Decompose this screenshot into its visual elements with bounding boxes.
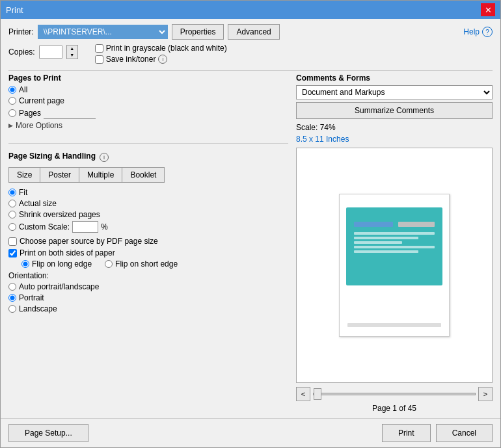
shrink-label: Shrink oversized pages: [8, 210, 288, 219]
page-sizing-section: Page Sizing & Handling i Size Poster Mul…: [8, 152, 288, 313]
poster-button[interactable]: Poster: [40, 167, 79, 183]
portrait-radio[interactable]: [8, 294, 16, 302]
preview-header-bar2: [398, 222, 435, 227]
printer-row: Printer: \\PRINTSERVER\... Properties Ad…: [8, 24, 280, 40]
multiple-button[interactable]: Multiple: [79, 167, 122, 183]
portrait-label: Portrait: [8, 293, 288, 302]
advanced-button[interactable]: Advanced: [228, 24, 279, 40]
slider-container: [313, 393, 476, 395]
print-button[interactable]: Print: [382, 424, 431, 442]
sizing-header: Page Sizing & Handling i: [8, 152, 288, 163]
comments-forms-title: Comments & Forms: [296, 73, 493, 83]
page-sizing-title: Page Sizing & Handling: [8, 152, 96, 161]
landscape-label: Landscape: [8, 304, 288, 313]
orientation-section: Orientation: Auto portrait/landscape Por…: [8, 271, 288, 313]
page-slider[interactable]: [313, 393, 476, 395]
both-sides-checkbox[interactable]: [8, 249, 17, 257]
help-label: Help: [463, 27, 480, 36]
booklet-button[interactable]: Booklet: [122, 167, 165, 183]
page-size-text: 8.5 x 11 Inches: [296, 135, 493, 144]
copies-input[interactable]: 1: [39, 46, 62, 59]
actual-size-label: Actual size: [8, 199, 288, 208]
custom-scale-radio[interactable]: [8, 223, 16, 231]
close-button[interactable]: ✕: [481, 3, 495, 16]
preview-line-2: [354, 237, 418, 239]
all-pages-radio[interactable]: [8, 86, 16, 94]
preview-page: [339, 194, 450, 337]
pages-range-radio[interactable]: [8, 109, 16, 117]
copies-row: Copies: 1 ▲ ▼: [8, 45, 78, 59]
save-ink-checkbox[interactable]: [95, 55, 103, 64]
shrink-radio[interactable]: [8, 211, 16, 218]
dialog-content: Printer: \\PRINTSERVER\... Properties Ad…: [1, 19, 500, 418]
landscape-radio[interactable]: [8, 305, 16, 313]
print-options-checkboxes: Print in grayscale (black and white) Sav…: [95, 44, 227, 64]
help-link[interactable]: Help ?: [463, 27, 493, 37]
copies-down-button[interactable]: ▼: [67, 52, 77, 59]
flip-short-radio[interactable]: [105, 260, 113, 268]
pages-to-print-section: Pages to Print All Current page Pages: [8, 73, 288, 130]
duplex-section: Print on both sides of paper Flip on lon…: [8, 248, 288, 269]
divider-top: [8, 70, 493, 71]
comments-forms-section: Comments & Forms Document and Markups Do…: [296, 73, 493, 119]
choose-paper-checkbox[interactable]: [8, 237, 17, 246]
sizing-btn-group: Size Poster Multiple Booklet: [8, 167, 288, 183]
paper-source-row: Choose paper source by PDF page size: [8, 237, 288, 246]
preview-content: [346, 207, 442, 285]
cancel-button[interactable]: Cancel: [436, 424, 493, 442]
preview-container: [296, 148, 493, 383]
print-dialog: Print ✕ Printer: \\PRINTSERVER\... Prope…: [0, 0, 501, 448]
sizing-radio-group: Fit Actual size Shrink oversized pages: [8, 188, 288, 233]
properties-button[interactable]: Properties: [172, 24, 224, 40]
both-sides-label: Print on both sides of paper: [8, 248, 288, 257]
title-bar: Print ✕: [1, 1, 500, 19]
page-setup-button[interactable]: Page Setup...: [8, 424, 88, 442]
prev-page-button[interactable]: <: [296, 387, 310, 401]
pages-to-print-title: Pages to Print: [8, 73, 288, 83]
right-panel: Comments & Forms Document and Markups Do…: [296, 73, 493, 413]
sizing-info-icon[interactable]: i: [100, 153, 109, 162]
preview-line-5: [354, 250, 418, 253]
bottom-right-buttons: Print Cancel: [382, 424, 493, 442]
copies-up-button[interactable]: ▲: [67, 46, 77, 52]
help-icon: ?: [482, 27, 493, 37]
main-area: Pages to Print All Current page Pages: [8, 73, 493, 413]
page-info: Page 1 of 45: [296, 404, 493, 413]
printer-select[interactable]: \\PRINTSERVER\...: [38, 25, 168, 39]
size-button[interactable]: Size: [8, 167, 40, 183]
current-page-radio[interactable]: [8, 97, 16, 105]
actual-size-radio[interactable]: [8, 200, 16, 207]
auto-portrait-label: Auto portrait/landscape: [8, 282, 288, 291]
choose-paper-label: Choose paper source by PDF page size: [8, 237, 288, 246]
scale-text: Scale: 74%: [296, 123, 493, 132]
save-ink-label: Save ink/toner i: [95, 55, 227, 64]
more-options-toggle[interactable]: ▶ More Options: [8, 121, 288, 130]
next-page-button[interactable]: >: [478, 387, 493, 401]
grayscale-label: Print in grayscale (black and white): [95, 44, 227, 53]
pages-range-label: Pages 1 - 45: [8, 107, 288, 119]
copies-spinner: ▲ ▼: [66, 45, 78, 59]
auto-portrait-radio[interactable]: [8, 283, 16, 291]
custom-scale-label: Custom Scale: 100 %: [19, 221, 108, 233]
fit-label: Fit: [8, 188, 288, 197]
save-ink-info-icon[interactable]: i: [158, 55, 167, 64]
orientation-title: Orientation:: [8, 271, 288, 280]
comments-forms-select[interactable]: Document and Markups Document Document a…: [296, 85, 493, 99]
grayscale-checkbox[interactable]: [95, 44, 103, 53]
bottom-bar: Page Setup... Print Cancel: [1, 418, 500, 447]
orientation-radio-group: Auto portrait/landscape Portrait Landsca…: [8, 282, 288, 313]
summarize-comments-button[interactable]: Summarize Comments: [296, 102, 493, 119]
nav-row: < >: [296, 387, 493, 401]
left-panel: Pages to Print All Current page Pages: [8, 73, 288, 413]
flip-long-label: Flip on long edge: [21, 259, 92, 269]
preview-line-4: [354, 246, 435, 248]
pages-radio-group: All Current page Pages 1 - 45: [8, 85, 288, 119]
flip-options: Flip on long edge Flip on short edge: [8, 259, 288, 269]
divider-sizing: [8, 143, 288, 144]
more-options-triangle-icon: ▶: [8, 122, 13, 129]
flip-long-radio[interactable]: [21, 260, 29, 268]
pages-range-input[interactable]: 1 - 45: [44, 107, 96, 119]
fit-radio[interactable]: [8, 189, 16, 196]
preview-footer: [347, 323, 441, 327]
custom-scale-input[interactable]: 100: [72, 221, 98, 233]
